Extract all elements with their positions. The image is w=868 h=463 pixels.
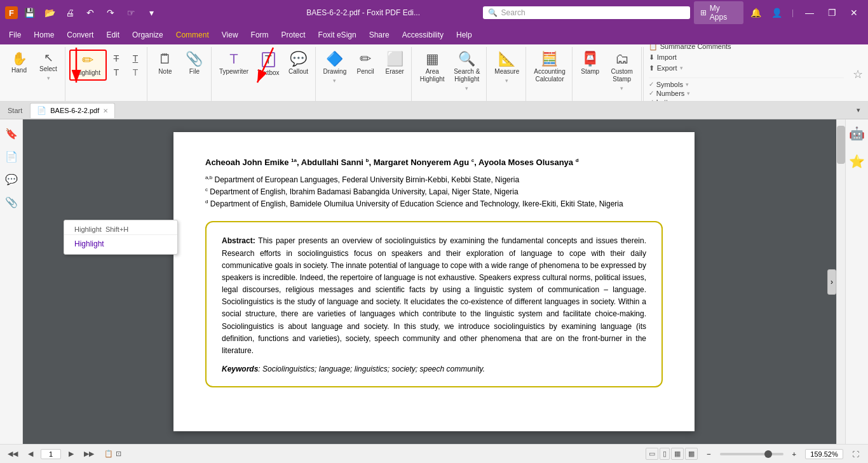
search-highlight-icon: 🔍 xyxy=(458,52,475,66)
comments-panel-btn[interactable]: 💬 xyxy=(3,170,20,188)
two-page-btn[interactable]: ▦ xyxy=(671,448,684,460)
context-menu-highlight[interactable]: Highlight xyxy=(64,236,177,252)
fit-page-btn[interactable]: ⊡ xyxy=(116,450,121,458)
user-icon[interactable]: 👤 xyxy=(768,4,785,22)
custom-stamp-tool[interactable]: 🗂 CustomStamp ▾ xyxy=(606,50,639,94)
menu-help[interactable]: Help xyxy=(450,28,478,42)
quick-access-2[interactable]: 📂 xyxy=(41,4,58,22)
thumbnail-btn[interactable]: 📋 xyxy=(104,450,113,458)
pencil-tool[interactable]: ✏ Pencil xyxy=(351,50,379,78)
menu-protect[interactable]: Protect xyxy=(275,28,312,42)
pdf-page: Acheoah John Emike 1a, Abdullahi Sanni b… xyxy=(173,132,695,431)
menu-accessibility[interactable]: Accessibility xyxy=(396,28,450,42)
view-mode-group: ▭ ▯ ▦ ▩ xyxy=(646,448,698,460)
drawing-tool[interactable]: 🔷 Drawing ▾ xyxy=(320,50,351,86)
menu-share[interactable]: Share xyxy=(363,28,396,42)
export-btn[interactable]: Export xyxy=(657,64,677,72)
callout-icon: 💬 xyxy=(290,52,307,66)
pages-panel-btn[interactable]: 📄 xyxy=(3,147,20,165)
textbox-tool[interactable]: T Textbox xyxy=(254,50,283,79)
zoom-in-btn[interactable]: + xyxy=(789,449,800,459)
scrollbar[interactable] xyxy=(836,119,845,444)
symbols-btn[interactable]: Symbols xyxy=(656,81,683,88)
text-strikeout[interactable]: T xyxy=(107,52,125,65)
pdf-tab[interactable]: 📄 BAES-6-2-2.pdf ✕ xyxy=(30,103,115,118)
single-page-btn[interactable]: ▭ xyxy=(646,448,658,460)
note-tool[interactable]: 🗒 Note xyxy=(151,50,179,78)
select-tool[interactable]: ↖ Select ▾ xyxy=(34,50,62,84)
page-number-input[interactable] xyxy=(41,449,61,459)
my-apps-button[interactable]: ⊞ My Apps xyxy=(694,1,743,24)
zoom-slider[interactable] xyxy=(720,453,783,455)
tab-pdf-label: BAES-6-2-2.pdf xyxy=(50,107,99,114)
ai-tool2-icon[interactable]: ⭐ xyxy=(848,152,866,170)
dropdown-tb[interactable]: ▾ xyxy=(142,4,160,22)
text-underline[interactable]: T xyxy=(126,52,144,65)
highlight-label: Highlight xyxy=(76,69,100,77)
ribbon-group-draw: 🔷 Drawing ▾ ✏ Pencil ⬜ Eraser xyxy=(317,47,412,101)
ribbon-group-highlight: ▦ AreaHighlight 🔍 Search &Highlight ▾ xyxy=(413,47,487,101)
zoom-thumb[interactable] xyxy=(764,450,772,458)
callout-tool[interactable]: 💬 Callout xyxy=(285,50,313,78)
search-bar[interactable]: 🔍 Search xyxy=(483,6,690,19)
menu-organize[interactable]: Organize xyxy=(126,28,170,42)
letters-btn[interactable]: Letters xyxy=(656,98,678,102)
pdf-area[interactable]: › Acheoah John Emike 1a, Abdullahi Sanni… xyxy=(23,119,845,444)
quick-access-1[interactable]: 💾 xyxy=(20,4,38,22)
fullscreen-btn[interactable]: ⛶ xyxy=(848,449,863,459)
summarize-btn[interactable]: Summarize Comments xyxy=(660,44,731,50)
measure-tool[interactable]: 📐 Measure ▾ xyxy=(491,50,523,86)
menu-esign[interactable]: Foxit eSign xyxy=(312,28,363,42)
menu-comment[interactable]: Comment xyxy=(170,28,215,42)
menu-home[interactable]: Home xyxy=(27,28,60,42)
menu-form[interactable]: Form xyxy=(245,28,275,42)
accounting-calculator-tool[interactable]: 🧮 AccountingCalculator xyxy=(530,50,569,86)
area-highlight-tool[interactable]: ▦ AreaHighlight xyxy=(416,50,449,86)
file-tool[interactable]: 📎 File xyxy=(180,50,208,78)
prev-page-btn[interactable]: ◀ xyxy=(25,448,36,459)
panel-collapse-arrow[interactable]: › xyxy=(827,269,836,295)
tab-close-btn[interactable]: ✕ xyxy=(103,107,108,114)
text-replace[interactable]: T xyxy=(107,66,125,79)
quick-access-3[interactable]: 🖨 xyxy=(61,4,79,22)
first-page-btn[interactable]: ◀◀ xyxy=(5,448,20,459)
eraser-tool[interactable]: ⬜ Eraser xyxy=(381,50,409,78)
ai-chat-icon[interactable]: 🤖 xyxy=(848,124,866,142)
menu-convert[interactable]: Convert xyxy=(60,28,100,42)
last-page-btn[interactable]: ▶▶ xyxy=(81,448,97,459)
app-icon: F xyxy=(5,6,18,19)
search-highlight-tool[interactable]: 🔍 Search &Highlight ▾ xyxy=(450,50,484,94)
context-menu-title: Highlight Shift+H xyxy=(64,223,177,235)
two-page-cont-btn[interactable]: ▩ xyxy=(685,448,698,460)
close-btn[interactable]: ✕ xyxy=(845,5,863,20)
import-btn[interactable]: Import xyxy=(657,53,677,61)
tab-start[interactable]: Start xyxy=(3,105,27,116)
zoom-out-btn[interactable]: − xyxy=(703,449,714,459)
hand-tool[interactable]: ✋ Hand xyxy=(5,50,33,77)
favorites-icon[interactable]: ☆ xyxy=(850,47,865,101)
zoom-input[interactable] xyxy=(805,449,843,459)
ribbon: ✋ Hand ↖ Select ▾ ✏ Highlight T xyxy=(0,44,868,102)
menu-edit[interactable]: Edit xyxy=(100,28,126,42)
attachments-panel-btn[interactable]: 📎 xyxy=(3,193,20,211)
numbers-btn[interactable]: Numbers xyxy=(656,90,685,97)
bookmark-panel-btn[interactable]: 🔖 xyxy=(3,124,20,142)
collapse-panel-btn[interactable]: ▾ xyxy=(851,105,865,116)
notification-icon[interactable]: 🔔 xyxy=(747,4,764,22)
continuous-btn[interactable]: ▯ xyxy=(660,448,670,460)
minimize-btn[interactable]: — xyxy=(800,5,819,20)
menu-view[interactable]: View xyxy=(215,28,245,42)
search-icon: 🔍 xyxy=(488,8,498,17)
keywords-text: Keywords: Sociolinguistics; language; li… xyxy=(222,365,646,373)
scrollbar-thumb[interactable] xyxy=(837,126,845,164)
maximize-btn[interactable]: ❐ xyxy=(823,5,841,20)
typewriter-tool[interactable]: T Typewriter xyxy=(215,50,252,78)
hand-tool-tb[interactable]: ☞ xyxy=(122,4,140,22)
highlight-tool[interactable]: ✏ Highlight xyxy=(69,50,107,81)
redo-btn[interactable]: ↷ xyxy=(102,4,119,22)
menu-file[interactable]: File xyxy=(3,28,27,42)
stamp-tool[interactable]: 📮 Stamp xyxy=(576,50,604,78)
text-insert[interactable]: T xyxy=(126,66,144,79)
next-page-btn[interactable]: ▶ xyxy=(66,448,76,459)
undo-btn[interactable]: ↶ xyxy=(81,4,99,22)
